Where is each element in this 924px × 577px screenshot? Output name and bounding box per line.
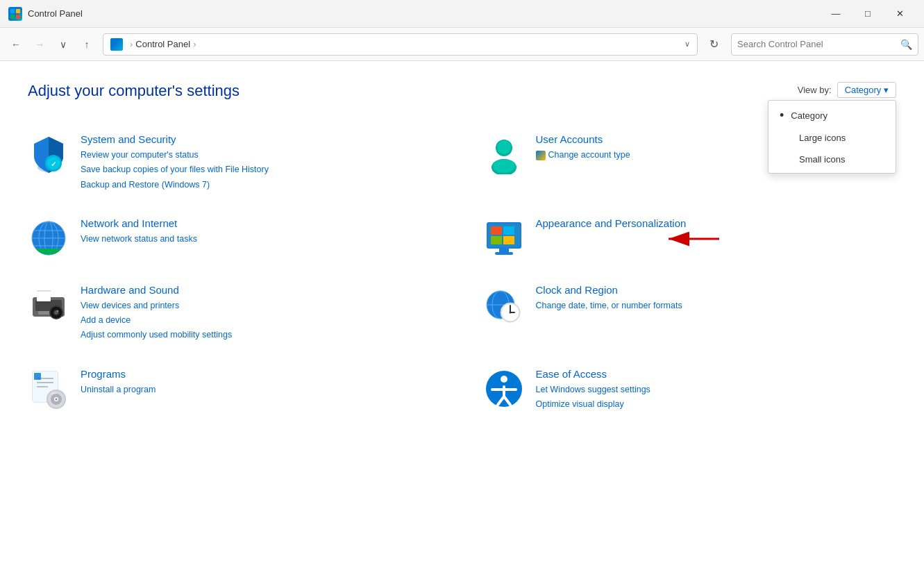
svg-rect-29 [499,249,509,252]
svg-rect-27 [491,236,502,244]
dropdown-label-category: Category [791,110,828,121]
svg-rect-3 [16,15,20,19]
clock-title[interactable]: Clock and Region [536,284,897,296]
system-security-content: System and Security Review your computer… [81,133,442,192]
titlebar: Control Panel — □ ✕ [0,0,924,28]
system-security-icon: ✓ [28,133,69,175]
svg-rect-0 [10,9,15,13]
svg-rect-28 [503,236,514,244]
window-controls: — □ ✕ [820,0,916,28]
main-content: Adjust your computer's settings View by:… [0,61,924,577]
back-button[interactable]: ← [6,34,26,55]
category-ease: Ease of Access Let Windows suggest setti… [483,356,897,425]
svg-rect-36 [37,290,51,292]
svg-point-61 [56,398,58,400]
programs-icon [28,368,69,410]
svg-rect-25 [491,226,502,235]
addressbar: ← → ∨ ↑ › Control Panel › ∨ ↻ 🔍 [0,28,924,61]
refresh-button[interactable]: ↻ [703,34,724,55]
svg-rect-30 [495,252,513,255]
programs-link-1[interactable]: Uninstall a program [81,383,442,397]
view-by-label: View by: [798,85,832,95]
hardware-link-3[interactable]: Adjust commonly used mobility settings [81,328,442,342]
svg-point-63 [501,376,507,383]
breadcrumb-sep2: › [193,39,196,49]
app-icon [8,7,22,21]
system-security-link-2[interactable]: Save backup copies of your files with Fi… [81,162,442,177]
up-button[interactable]: ↑ [76,34,97,55]
view-by-dropdown: • Category Large icons Small icons [768,100,896,174]
svg-rect-2 [10,15,15,19]
dropdown-item-category[interactable]: • Category [768,103,896,127]
page-title: Adjust your computer's settings [28,82,896,100]
recent-button[interactable]: ∨ [53,34,74,55]
svg-point-41 [57,310,58,312]
category-system-security: ✓ System and Security Review your comput… [28,121,442,205]
category-appearance: Appearance and Personalization [483,205,897,271]
clock-link-1[interactable]: Change date, time, or number formats [536,299,897,313]
clock-content: Clock and Region Change date, time, or n… [536,284,897,313]
ease-link-1[interactable]: Let Windows suggest settings [536,383,897,397]
network-title[interactable]: Network and Internet [81,217,442,229]
svg-rect-21 [32,249,65,255]
category-programs: Programs Uninstall a program [28,356,442,425]
hardware-title[interactable]: Hardware and Sound [81,284,442,296]
svg-rect-26 [503,226,514,235]
category-grid: ✓ System and Security Review your comput… [28,121,896,424]
programs-title[interactable]: Programs [81,368,442,380]
hardware-link-1[interactable]: View devices and printers [81,299,442,313]
ease-link-2[interactable]: Optimize visual display [536,397,897,412]
system-security-title[interactable]: System and Security [81,133,442,145]
dropdown-item-large-icons[interactable]: Large icons [768,127,896,149]
close-button[interactable]: ✕ [884,0,916,28]
view-by-control: View by: Category ▾ [798,82,896,98]
window-title: Control Panel [28,8,820,19]
address-bar[interactable]: › Control Panel › ∨ [103,33,698,56]
svg-rect-1 [16,9,20,13]
ease-title[interactable]: Ease of Access [536,368,897,380]
ease-icon [483,368,525,410]
category-network: Network and Internet View network status… [28,205,442,271]
appearance-content: Appearance and Personalization [536,217,897,232]
network-icon [28,217,69,259]
address-chevron[interactable]: ∨ [684,40,690,49]
address-icon [110,38,123,51]
svg-text:✓: ✓ [51,160,56,168]
hardware-content: Hardware and Sound View devices and prin… [81,284,442,343]
svg-rect-56 [34,373,41,380]
system-security-link-3[interactable]: Backup and Restore (Windows 7) [81,178,442,192]
ease-content: Ease of Access Let Windows suggest setti… [536,368,897,412]
dropdown-label-small-icons: Small icons [799,154,845,165]
network-content: Network and Internet View network status… [81,217,442,246]
network-link-1[interactable]: View network status and tasks [81,232,442,246]
dropdown-item-small-icons[interactable]: Small icons [768,149,896,170]
user-accounts-link-1[interactable]: Change account type [548,148,630,162]
category-hardware: Hardware and Sound View devices and prin… [28,271,442,356]
hardware-link-2[interactable]: Add a device [81,313,442,328]
dropdown-label-large-icons: Large icons [799,133,846,143]
search-box: 🔍 [731,33,918,56]
search-icon: 🔍 [900,39,912,50]
svg-point-12 [497,140,511,154]
view-by-button[interactable]: Category ▾ [837,82,896,98]
shield-small-icon [536,151,546,160]
bullet-icon: • [780,109,784,122]
breadcrumb-sep: › [130,39,133,49]
appearance-title[interactable]: Appearance and Personalization [536,217,897,229]
system-security-link-1[interactable]: Review your computer's status [81,148,442,162]
svg-point-50 [509,311,511,313]
search-input[interactable] [737,39,900,49]
category-clock: Clock and Region Change date, time, or n… [483,271,897,356]
clock-icon [483,284,525,326]
svg-point-13 [493,159,515,173]
programs-content: Programs Uninstall a program [81,368,442,397]
forward-button[interactable]: → [29,34,50,55]
maximize-button[interactable]: □ [852,0,884,28]
breadcrumb-text: Control Panel [135,39,190,49]
hardware-icon [28,284,69,326]
appearance-icon [483,217,525,259]
svg-rect-35 [37,290,51,301]
minimize-button[interactable]: — [820,0,852,28]
user-accounts-icon [483,133,525,175]
